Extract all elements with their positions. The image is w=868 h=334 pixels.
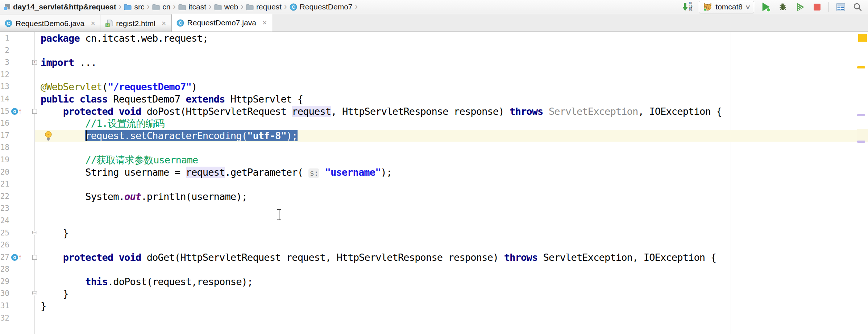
coverage-icon[interactable] xyxy=(794,1,805,12)
token-pl xyxy=(41,276,85,287)
code-line[interactable]: String username = request.getParameter( … xyxy=(41,167,392,178)
editor-row: 3+import ... xyxy=(0,57,857,69)
editor-row: 19 //获取请求参数username xyxy=(0,154,857,166)
editor-row: 1package cn.itcast.web.request; xyxy=(0,32,857,45)
line-number[interactable]: 13 xyxy=(0,81,9,93)
code-line[interactable]: protected void doPost(HttpServletRequest… xyxy=(41,106,722,117)
tomcat-icon xyxy=(703,3,712,11)
tab-regist2.html[interactable]: Hregist2.html× xyxy=(100,15,171,32)
line-number[interactable]: 24 xyxy=(0,215,9,227)
line-number[interactable]: 14 xyxy=(0,93,9,105)
tab-close-icon[interactable]: × xyxy=(91,20,95,28)
fold-marker-end[interactable]: − xyxy=(32,231,37,235)
stripe-mark-warning-tick[interactable] xyxy=(857,66,865,68)
breadcrumb-item-RequestDemo7[interactable]: CRequestDemo7 xyxy=(290,3,353,11)
folder-icon xyxy=(152,4,160,10)
code-line[interactable]: } xyxy=(41,288,68,299)
editor-row: 28 xyxy=(0,263,857,276)
code-line[interactable]: //获取请求参数username xyxy=(41,154,198,166)
line-number[interactable]: 23 xyxy=(0,203,9,215)
tab-RequestDemo6.java[interactable]: CRequestDemo6.java× xyxy=(0,15,100,32)
line-number[interactable]: 29 xyxy=(0,276,9,288)
code-line[interactable]: protected void doGet(HttpServletRequest … xyxy=(41,252,716,263)
code-line[interactable]: this.doPost(request,response); xyxy=(41,276,253,287)
token-pl: ServletException, IOException { xyxy=(537,252,716,263)
code-line[interactable]: //1.设置流的编码 xyxy=(41,118,165,129)
editor-row: 25− } xyxy=(0,227,857,239)
line-number[interactable]: 1 xyxy=(0,32,9,45)
fold-marker-minus[interactable]: − xyxy=(32,109,37,114)
line-number[interactable]: 26 xyxy=(0,239,9,251)
grid-icon[interactable] xyxy=(835,1,846,12)
line-number[interactable]: 27 xyxy=(0,251,9,264)
token-k: extends xyxy=(186,93,225,105)
code-line[interactable]: } xyxy=(41,300,46,312)
breadcrumb-item-web[interactable]: web xyxy=(214,3,238,11)
code-line[interactable]: System.out.println(username); xyxy=(41,191,247,202)
line-number[interactable]: 32 xyxy=(0,312,9,325)
code-line[interactable]: public class RequestDemo7 extends HttpSe… xyxy=(41,93,303,105)
line-number[interactable]: 31 xyxy=(0,300,9,312)
search-icon[interactable] xyxy=(852,1,863,12)
stripe-mark-occurrence-tick[interactable] xyxy=(857,114,865,116)
line-number[interactable]: 28 xyxy=(0,263,9,276)
code-line[interactable]: @WebServlet("/requestDemo7") xyxy=(41,81,197,92)
token-cm: //获取请求参数username xyxy=(41,154,198,166)
code-line[interactable]: import ... xyxy=(41,57,96,68)
tab-label: regist2.html xyxy=(116,19,155,28)
override-method-icon[interactable]: o xyxy=(11,254,18,261)
tab-RequestDemo7.java[interactable]: CRequestDemo7.java× xyxy=(171,14,272,32)
code-line[interactable]: } xyxy=(41,227,68,239)
line-number[interactable]: 19 xyxy=(0,154,9,166)
line-number[interactable]: 3 xyxy=(0,57,9,69)
line-number[interactable]: 15 xyxy=(0,105,9,118)
run-config-selector[interactable]: tomcat8 ∨ xyxy=(699,1,754,13)
toolbar-separator xyxy=(828,2,829,12)
breadcrumb-item-request[interactable]: request xyxy=(246,3,282,11)
intention-bulb-icon[interactable] xyxy=(44,131,53,146)
main-toolbar: 011001 tomcat8 ∨ xyxy=(682,1,868,13)
breadcrumb-item-cn[interactable]: cn xyxy=(152,3,170,11)
stripe-mark-warning-box[interactable] xyxy=(858,34,867,42)
line-number[interactable]: 21 xyxy=(0,178,9,191)
stop-icon[interactable] xyxy=(811,1,822,12)
token-pl xyxy=(319,167,325,178)
editor-row: 27o↑− protected void doGet(HttpServletRe… xyxy=(0,251,857,264)
debug-icon[interactable] xyxy=(777,1,788,12)
breadcrumb-item-src[interactable]: src xyxy=(124,3,144,11)
breadcrumb-item-itcast[interactable]: itcast xyxy=(178,3,206,11)
breadcrumb-separator: › xyxy=(355,2,358,12)
fold-marker-minus[interactable]: − xyxy=(32,255,37,260)
tab-close-icon[interactable]: × xyxy=(262,19,267,27)
stripe-mark-occurrence-tick[interactable] xyxy=(857,141,865,143)
breadcrumb-separator: › xyxy=(241,2,244,12)
line-number[interactable]: 18 xyxy=(0,142,9,154)
editor-row: 13@WebServlet("/requestDemo7") xyxy=(0,81,857,93)
line-number[interactable]: 20 xyxy=(0,166,9,179)
editor-row: 16 //1.设置流的编码 xyxy=(0,117,857,130)
editor-tabs: CRequestDemo6.java×Hregist2.html×CReques… xyxy=(0,14,868,32)
folder-icon xyxy=(214,4,222,10)
code-line[interactable]: package cn.itcast.web.request; xyxy=(41,33,208,44)
fold-marker-end[interactable]: − xyxy=(32,291,37,296)
token-pl xyxy=(41,252,63,263)
line-number[interactable]: 25 xyxy=(0,227,9,239)
line-number[interactable]: 22 xyxy=(0,191,9,203)
breadcrumb-label: web xyxy=(224,3,238,11)
project-icon xyxy=(4,4,11,11)
line-number[interactable]: 16 xyxy=(0,117,9,130)
override-arrow-icon: ↑ xyxy=(18,252,22,262)
line-number[interactable]: 2 xyxy=(0,45,9,57)
line-number[interactable]: 12 xyxy=(0,69,9,81)
fold-marker-plus[interactable]: + xyxy=(32,60,37,65)
line-number[interactable]: 17 xyxy=(0,130,9,142)
token-k: public xyxy=(41,93,74,105)
vcs-update-icon[interactable]: 011001 xyxy=(682,1,693,12)
run-icon[interactable] xyxy=(760,1,771,12)
breadcrumb-project[interactable]: day14_servlet&http&request xyxy=(13,3,116,11)
code-line[interactable]: request.setCharacterEncoding("utf-8"); xyxy=(41,130,298,141)
override-method-icon[interactable]: o xyxy=(11,108,18,115)
tab-close-icon[interactable]: × xyxy=(162,20,166,28)
line-number[interactable]: 30 xyxy=(0,288,9,300)
editor-row: 12 xyxy=(0,69,857,81)
